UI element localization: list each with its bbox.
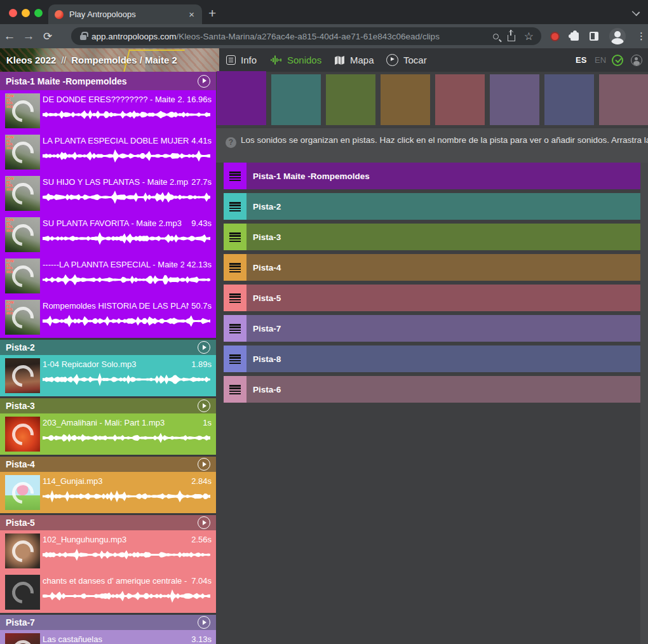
waveform [43, 231, 212, 246]
track-row[interactable]: Pista-4 [224, 254, 640, 281]
tab-tocar[interactable]: Tocar [386, 48, 427, 72]
track-color-swatch[interactable] [271, 74, 321, 125]
audio-clip[interactable]: 114_Gunjai.mp32.84s [0, 472, 216, 513]
play-track-button[interactable] [198, 341, 210, 354]
tab-mapa[interactable]: Mapa [334, 48, 374, 72]
track-color-swatch[interactable] [381, 74, 430, 125]
tab-sonidos[interactable]: Sonidos [271, 48, 321, 72]
audio-clip[interactable]: ROM PE MOL DESRompemoldes HISTORIA DE LA… [0, 297, 216, 338]
thumbnail-label: ROM PE MOL DES [6, 177, 14, 191]
drag-handle[interactable] [224, 345, 246, 372]
forward-button[interactable]: → [19, 29, 38, 43]
minimize-window-button[interactable] [22, 9, 30, 17]
clip-title-row: 203_Amalihani - Mali: Part 1.mp31s [43, 418, 212, 427]
profile-avatar[interactable] [609, 28, 626, 44]
audio-clip[interactable]: Las castañuelas3.13s [0, 630, 216, 644]
audio-clip[interactable]: ROM PE MOL DES------LA PLANNTA ESPECIAL … [0, 255, 216, 297]
clip-duration: 50.7s [191, 301, 212, 311]
track-color-swatch[interactable] [490, 74, 539, 125]
lang-en-button[interactable]: EN [595, 48, 606, 72]
record-extension-icon[interactable] [550, 32, 560, 41]
zoom-window-button[interactable] [34, 9, 43, 17]
audio-clip[interactable]: ROM PE MOL DESSU HIJO Y LAS PLANTAS - Ma… [0, 173, 216, 214]
breadcrumb-separator: // [61, 55, 66, 65]
track-row[interactable]: Pista-7 [224, 315, 640, 342]
track-color-swatch[interactable] [217, 71, 266, 125]
new-tab-button[interactable]: + [208, 6, 216, 21]
clip-thumbnail: ROM PE MOL DES [5, 176, 40, 211]
lang-es-button[interactable]: ES [576, 48, 586, 72]
scrollbar-gutter[interactable] [640, 128, 648, 644]
browser-tab[interactable]: Play Antropoloops × [48, 4, 202, 24]
play-track-button[interactable] [198, 516, 210, 529]
track-row[interactable]: Pista-1 Maite -Rompemoldes [224, 163, 640, 189]
drag-handle[interactable] [224, 193, 246, 220]
drag-handle[interactable] [224, 376, 246, 403]
track-section-header[interactable]: Pista-1 Maite -Rompemoldes [0, 72, 216, 90]
play-track-button[interactable] [198, 75, 210, 88]
address-bar[interactable]: app.antropoloops.com/Kleos-Santa-Marina/… [71, 27, 541, 45]
audio-clip[interactable]: ROM PE MOL DESLA PLANTA ESPECIAL DOBLE M… [0, 131, 216, 173]
track-section-header[interactable]: Pista-4 [0, 457, 216, 472]
tab-search-chevron-icon[interactable] [633, 8, 639, 15]
track-color-swatch[interactable] [435, 74, 485, 125]
track-section-name: Pista-7 [6, 617, 35, 627]
clip-thumbnail: ROM PE MOL DES [5, 93, 40, 128]
clip-duration: 9.43s [191, 218, 212, 228]
lock-icon [80, 35, 86, 40]
play-track-button[interactable] [198, 616, 210, 629]
tab-close-icon[interactable]: × [187, 10, 196, 19]
clip-thumbnail [5, 475, 40, 510]
close-window-button[interactable] [9, 9, 17, 17]
track-section-header[interactable]: Pista-2 [0, 340, 216, 355]
audio-clip[interactable]: ROM PE MOL DESDE DONDE ERES???????? - Ma… [0, 90, 216, 131]
drag-handle[interactable] [224, 315, 246, 342]
waveform [43, 314, 212, 328]
play-track-button[interactable] [198, 399, 210, 412]
track-section-header[interactable]: Pista-5 [0, 515, 216, 530]
drag-handle[interactable] [224, 224, 246, 250]
track-row[interactable]: Pista-3 [224, 224, 640, 250]
audio-clip[interactable]: 203_Amalihani - Mali: Part 1.mp31s [0, 413, 216, 455]
reload-button[interactable]: ⟳ [38, 30, 57, 43]
track-color-swatch[interactable] [544, 74, 594, 125]
clip-duration: 27.7s [191, 177, 212, 187]
track-row[interactable]: Pista-6 [224, 376, 640, 403]
drag-handle[interactable] [224, 254, 246, 281]
track-color-swatch[interactable] [599, 74, 648, 125]
waveform [43, 272, 212, 287]
track-color-swatch[interactable] [326, 74, 375, 125]
audio-clip[interactable]: chants et danses d' amerique centrale - … [0, 572, 216, 613]
browser-menu-icon[interactable]: ⋮ [637, 34, 640, 38]
drag-handle[interactable] [224, 163, 246, 189]
track-section-header[interactable]: Pista-3 [0, 398, 216, 413]
track-row[interactable]: Pista-2 [224, 193, 640, 220]
track-section-header[interactable]: Pista-7 [0, 615, 216, 630]
waveform [43, 589, 212, 603]
browser-tab-strip: Play Antropoloops × + [0, 0, 648, 24]
status-check-button[interactable] [612, 48, 623, 72]
side-panel-icon[interactable] [590, 32, 598, 41]
drag-handle-icon [229, 324, 241, 333]
check-circle-icon [612, 55, 623, 66]
zoom-icon[interactable] [493, 34, 499, 39]
clip-title-row: Rompemoldes HISTORIA DE LAS PLANTAS...50… [43, 301, 212, 311]
bookmark-star-icon[interactable]: ☆ [524, 31, 534, 42]
back-button[interactable]: ← [0, 29, 19, 43]
share-icon[interactable] [508, 35, 515, 41]
tab-info[interactable]: Info [226, 48, 257, 72]
track-label: Pista-6 [253, 385, 281, 394]
audio-clip[interactable]: ROM PE MOL DESSU PLANTA FAVORITA - Maite… [0, 214, 216, 255]
clip-title-row: LA PLANTA ESPECIAL DOBLE MUJER - Mai...4… [43, 136, 212, 145]
account-button[interactable] [631, 48, 642, 72]
loading-arc-icon [8, 361, 38, 391]
audio-clip[interactable]: 1-04 Repicador Solo.mp31.89s [0, 355, 216, 396]
track-row[interactable]: Pista-5 [224, 285, 640, 311]
toolbar-extensions-area: ⋮ [550, 24, 648, 48]
track-row[interactable]: Pista-8 [224, 345, 640, 372]
clip-title: DE DONDE ERES???????? - Maite 2.mp3 [43, 95, 184, 104]
extensions-puzzle-icon[interactable] [570, 32, 579, 41]
audio-clip[interactable]: 102_Hunguhungu.mp32.56s [0, 530, 216, 572]
play-track-button[interactable] [198, 458, 210, 471]
drag-handle[interactable] [224, 285, 246, 311]
